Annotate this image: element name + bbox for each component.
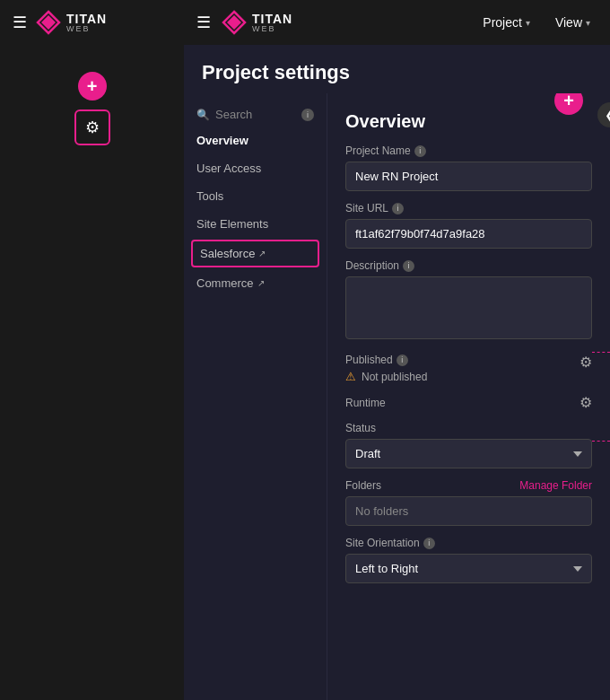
not-published-row: ⚠ Not published [345, 370, 427, 383]
published-row: Published i ⚠ Not published ⚙ [345, 354, 592, 383]
search-label: Search [215, 108, 252, 121]
logo-titan-left: TITAN [66, 13, 107, 25]
logo-titan-top: TITAN [252, 13, 292, 25]
not-published-text: Not published [362, 371, 427, 383]
dashed-line-decoration [592, 352, 610, 442]
collapse-button[interactable]: ❮ [597, 102, 610, 127]
add-button-left[interactable]: + [78, 72, 107, 101]
hamburger-icon-top[interactable]: ☰ [196, 13, 211, 32]
view-menu-button[interactable]: View ▾ [548, 12, 597, 33]
logo-icon-top [222, 10, 247, 35]
salesforce-external-icon: ↗ [258, 249, 266, 258]
nav-item-user-access[interactable]: User Access [184, 154, 327, 182]
view-label: View [555, 15, 582, 30]
logo-text-top: TITAN WEB [252, 13, 292, 33]
search-icon: 🔍 [196, 109, 210, 121]
manage-folder-link[interactable]: Manage Folder [519, 479, 592, 492]
search-info-badge: i [301, 109, 314, 121]
description-input[interactable] [345, 276, 592, 339]
site-orientation-select[interactable]: Left to Right Right to Left [345, 554, 592, 583]
nav-item-overview[interactable]: Overview [184, 127, 327, 154]
site-orientation-label: Site Orientation i [345, 537, 592, 549]
overview-title: Overview [345, 111, 592, 132]
project-menu-button[interactable]: Project ▾ [475, 12, 537, 33]
left-sidebar-content: + ⚙ [0, 45, 184, 700]
status-label: Status [345, 422, 592, 434]
site-url-label: Site URL i [345, 202, 592, 214]
warning-icon: ⚠ [345, 370, 356, 383]
published-label: Published i [345, 354, 427, 366]
search-row[interactable]: 🔍 Search i [184, 102, 327, 127]
right-panel: + ❮ Overview Project Name i Site URL i [327, 93, 610, 700]
left-sidebar-header: ☰ TITAN WEB [0, 0, 184, 45]
description-label: Description i [345, 259, 592, 272]
page-title-bar: Project settings [184, 45, 610, 93]
project-name-info-icon: i [414, 145, 426, 157]
left-sidebar: ☰ TITAN WEB + ⚙ [0, 0, 184, 700]
main-area: ☰ TITAN WEB Project ▾ View ▾ Project set… [184, 0, 610, 700]
site-orientation-info-icon: i [423, 538, 435, 549]
collapse-icon: ❮ [605, 108, 610, 122]
gear-icon-left: ⚙ [85, 118, 100, 137]
top-nav: ☰ TITAN WEB Project ▾ View ▾ [184, 0, 610, 45]
page-content: Project settings 🔍 Search i Overview Use… [184, 45, 610, 700]
page-title: Project settings [202, 61, 350, 83]
runtime-label: Runtime [345, 397, 386, 409]
folders-label: Folders [345, 479, 381, 492]
folders-input: No folders [345, 496, 592, 526]
logo-text-left: TITAN WEB [66, 13, 107, 33]
left-nav: 🔍 Search i Overview User Access Tools Si… [184, 93, 327, 700]
project-label: Project [483, 15, 522, 30]
published-gear-icon[interactable]: ⚙ [580, 354, 592, 371]
nav-item-salesforce[interactable]: Salesforce ↗ [191, 240, 319, 267]
commerce-external-icon: ↗ [257, 278, 265, 288]
commerce-label: Commerce [196, 276, 254, 290]
project-name-label: Project Name i [345, 144, 592, 157]
nav-item-site-elements[interactable]: Site Elements [184, 210, 327, 238]
settings-button-left[interactable]: ⚙ [74, 109, 110, 145]
project-name-input[interactable] [345, 162, 592, 191]
logo-icon-left [36, 10, 61, 35]
status-select[interactable]: Draft Published Archived [345, 439, 592, 468]
project-chevron-icon: ▾ [526, 18, 530, 28]
two-col-layout: 🔍 Search i Overview User Access Tools Si… [184, 93, 610, 700]
logo-web-top: WEB [252, 25, 292, 33]
published-info-icon: i [396, 354, 408, 366]
nav-item-commerce[interactable]: Commerce ↗ [184, 269, 327, 297]
view-chevron-icon: ▾ [586, 18, 590, 28]
salesforce-label: Salesforce [200, 247, 255, 260]
published-info: Published i ⚠ Not published [345, 354, 427, 383]
description-info-icon: i [403, 260, 414, 272]
nav-item-tools[interactable]: Tools [184, 182, 327, 210]
logo-left: TITAN WEB [36, 10, 107, 35]
logo-top: TITAN WEB [222, 10, 292, 35]
runtime-gear-icon[interactable]: ⚙ [580, 394, 592, 411]
site-url-info-icon: i [392, 203, 404, 214]
folders-header: Folders Manage Folder [345, 479, 592, 492]
runtime-row: Runtime ⚙ [345, 394, 592, 411]
logo-web-left: WEB [66, 25, 107, 33]
site-url-input[interactable] [345, 219, 592, 249]
hamburger-icon-left[interactable]: ☰ [13, 13, 27, 32]
